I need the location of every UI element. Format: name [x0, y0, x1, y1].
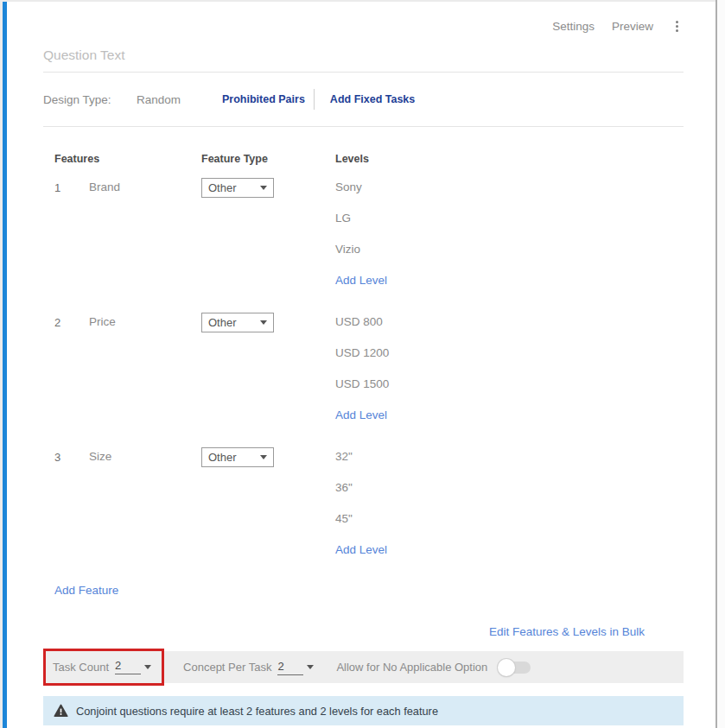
feature-name[interactable]: Brand: [89, 178, 201, 193]
level-item[interactable]: USD 800: [335, 313, 684, 344]
right-gutter: [717, 0, 725, 728]
task-count-label: Task Count: [53, 661, 109, 674]
highlight-box: Task Count 2: [43, 649, 164, 686]
design-type-value: Random: [137, 93, 222, 106]
feature-type-select[interactable]: Other: [201, 447, 274, 467]
level-item[interactable]: Vizio: [335, 240, 684, 271]
edit-features-levels-bulk-link[interactable]: Edit Features & Levels in Bulk: [489, 625, 645, 638]
divider: [43, 126, 684, 127]
concept-per-task-dropdown[interactable]: Concept Per Task 2: [183, 660, 314, 675]
feature-name[interactable]: Price: [89, 313, 201, 328]
caret-down-icon: [260, 186, 267, 190]
concept-per-task-value[interactable]: 2: [277, 660, 303, 675]
levels-cell: Sony LG Vizio Add Level: [335, 178, 684, 302]
feature-type-column-header: Feature Type: [201, 153, 335, 165]
toggle-knob: [498, 659, 515, 676]
feature-type-select[interactable]: Other: [201, 178, 274, 198]
level-item[interactable]: 45": [335, 510, 684, 541]
prohibited-pairs-link[interactable]: Prohibited Pairs: [222, 93, 305, 105]
add-level-link[interactable]: Add Level: [335, 274, 387, 287]
warning-icon: [54, 704, 68, 718]
add-fixed-tasks-link[interactable]: Add Fixed Tasks: [330, 93, 415, 105]
allow-na-toggle[interactable]: [499, 662, 531, 674]
level-item[interactable]: Sony: [335, 178, 684, 209]
preview-button[interactable]: Preview: [612, 20, 653, 33]
feature-index: 2: [54, 313, 89, 329]
design-type-label: Design Type:: [43, 93, 137, 106]
feature-index: 3: [54, 447, 89, 464]
feature-name[interactable]: Size: [89, 447, 201, 463]
feature-type-selected-value: Other: [208, 181, 237, 194]
caret-down-icon: [260, 455, 267, 459]
scrollbar-track[interactable]: [715, 0, 717, 728]
vertical-divider: [314, 89, 315, 110]
question-header-actions: Settings Preview: [43, 19, 684, 34]
caret-down-icon: [144, 665, 151, 669]
level-item[interactable]: USD 1200: [335, 344, 684, 375]
feature-index: 1: [54, 178, 89, 194]
validation-banner: Conjoint questions require at least 2 fe…: [43, 696, 684, 725]
features-column-header: Features: [54, 153, 201, 165]
concept-per-task-label: Concept Per Task: [183, 661, 271, 674]
task-settings-bar: Task Count 2 Concept Per Task 2 Allow fo…: [43, 651, 684, 683]
settings-button[interactable]: Settings: [552, 20, 595, 33]
add-level-link[interactable]: Add Level: [335, 543, 387, 556]
conjoint-question-editor: Settings Preview Design Type: Random Pro…: [7, 2, 715, 728]
question-text-input[interactable]: [43, 47, 684, 63]
feature-type-selected-value: Other: [208, 316, 237, 329]
caret-down-icon: [260, 320, 267, 325]
add-feature-link[interactable]: Add Feature: [54, 584, 118, 597]
validation-message: Conjoint questions require at least 2 fe…: [76, 705, 438, 718]
levels-cell: USD 800 USD 1200 USD 1500 Add Level: [335, 313, 684, 437]
add-level-link[interactable]: Add Level: [335, 408, 387, 421]
bulk-edit-row: Edit Features & Levels in Bulk: [43, 624, 684, 639]
design-type-row: Design Type: Random Prohibited Pairs Add…: [43, 73, 684, 126]
caret-down-icon: [307, 665, 314, 669]
feature-type-select[interactable]: Other: [201, 313, 274, 332]
levels-cell: 32" 36" 45" Add Level: [335, 447, 684, 572]
features-table-header: Features Feature Type Levels: [43, 153, 684, 165]
feature-type-selected-value: Other: [208, 451, 237, 464]
task-count-value[interactable]: 2: [115, 659, 141, 674]
task-count-dropdown[interactable]: Task Count 2: [53, 659, 151, 674]
levels-column-header: Levels: [335, 153, 684, 165]
level-item[interactable]: USD 1500: [335, 375, 684, 406]
feature-row-brand: 1 Brand Other Sony LG Vizio Add Level: [43, 178, 684, 302]
feature-row-price: 2 Price Other USD 800 USD 1200 USD 1500 …: [43, 313, 684, 437]
feature-row-size: 3 Size Other 32" 36" 45" Add Level: [43, 447, 684, 572]
allow-na-label: Allow for No Applicable Option: [336, 661, 487, 674]
kebab-menu-icon[interactable]: [671, 19, 684, 34]
level-item[interactable]: 36": [335, 478, 684, 510]
level-item[interactable]: 32": [335, 447, 684, 478]
level-item[interactable]: LG: [335, 209, 684, 240]
